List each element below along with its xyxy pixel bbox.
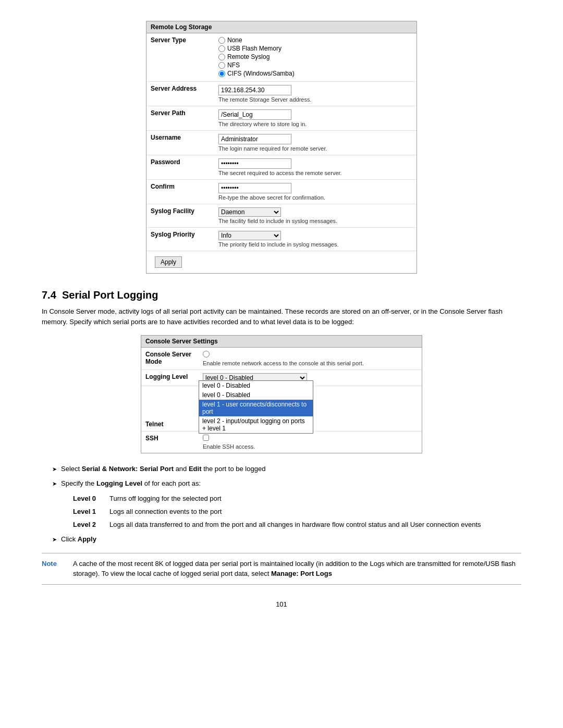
console-server-settings-title: Console Server Settings <box>141 336 422 348</box>
note-label: Note <box>42 559 73 579</box>
radio-none-input[interactable] <box>218 37 225 44</box>
note-link[interactable]: Manage: Port Logs <box>271 570 332 577</box>
radio-usb-input[interactable] <box>218 45 225 52</box>
server-address-hint: The remote Storage Server address. <box>218 96 412 103</box>
username-hint: The login name required for remote serve… <box>218 145 412 152</box>
logging-level-row: Logging Level level 0 - Disabled level 0… <box>141 370 422 386</box>
console-server-mode-hint: Enable remote network access to the cons… <box>203 360 418 366</box>
page-number: 101 <box>42 600 521 608</box>
server-address-label: Server Address <box>146 82 214 106</box>
console-server-mode-row: Console ServerMode Enable remote network… <box>141 348 422 370</box>
radio-syslog-input[interactable] <box>218 54 225 60</box>
server-address-input[interactable] <box>218 85 291 95</box>
level-2-val: Logs all data transferred to and from th… <box>109 520 521 530</box>
level-0-row: Level 0 Turns off logging for the select… <box>73 493 521 504</box>
radio-usb[interactable]: USB Flash Memory <box>218 45 412 52</box>
syslog-priority-label: Syslog Priority <box>146 228 214 251</box>
syslog-priority-value: Info Warning Error The priority field to… <box>214 228 417 251</box>
level-0-key: Level 0 <box>73 493 109 504</box>
server-path-value: The directory where to store log in. <box>214 106 417 130</box>
ssh-checkbox[interactable] <box>203 435 209 441</box>
syslog-facility-value: Daemon Local0 Local1 The facility field … <box>214 204 417 227</box>
server-path-input[interactable] <box>218 109 291 120</box>
password-input[interactable] <box>218 158 291 169</box>
logging-level-label: Logging Level <box>141 370 199 386</box>
radio-cifs-input[interactable] <box>218 70 225 77</box>
server-address-value: The remote Storage Server address. <box>214 82 417 106</box>
syslog-facility-select[interactable]: Daemon Local0 Local1 <box>218 207 281 217</box>
server-path-label: Server Path <box>146 106 214 130</box>
server-type-row: Server Type None USB Flash Memory Remote… <box>146 33 417 82</box>
intro-text: In Console Server mode, activity logs of… <box>42 306 521 327</box>
logging-level-value: level 0 - Disabled level 0 - Disabled le… <box>199 370 422 386</box>
dropdown-item-3[interactable]: level 2 - input/output logging on ports … <box>199 416 313 433</box>
confirm-label: Confirm <box>146 180 214 204</box>
section-heading: 7.4 Serial Port Logging <box>42 289 521 301</box>
console-server-mode-radio[interactable] <box>203 351 210 357</box>
password-value: The secret required to access the remote… <box>214 155 417 179</box>
radio-nfs[interactable]: NFS <box>218 61 412 69</box>
radio-syslog[interactable]: Remote Syslog <box>218 53 412 60</box>
ssh-value: Enable SSH access. <box>199 431 422 453</box>
level-0-val: Turns off logging for the selected port <box>109 493 521 504</box>
syslog-priority-row: Syslog Priority Info Warning Error The p… <box>146 228 417 251</box>
bullet-1: Select Serial & Network: Serial Port and… <box>52 464 521 474</box>
syslog-facility-label: Syslog Facility <box>146 204 214 227</box>
ssh-hint: Enable SSH access. <box>203 443 418 450</box>
console-server-mode-value: Enable remote network access to the cons… <box>199 348 422 369</box>
dropdown-item-0[interactable]: level 0 - Disabled <box>199 381 313 390</box>
radio-cifs-label: CIFS (Windows/Samba) <box>227 70 295 77</box>
bullet-1-bold-2: Edit <box>189 465 202 473</box>
syslog-facility-row: Syslog Facility Daemon Local0 Local1 The… <box>146 204 417 228</box>
server-type-label: Server Type <box>146 33 214 81</box>
remote-log-storage-title: Remote Log Storage <box>146 21 417 33</box>
bullet-2: Specify the Logging Level of for each po… <box>52 478 521 489</box>
console-server-settings-table: Console Server Settings Console ServerMo… <box>141 335 422 453</box>
server-type-value: None USB Flash Memory Remote Syslog NFS … <box>214 33 417 81</box>
logging-level-dropdown[interactable]: level 0 - Disabled level 0 - Disabled le… <box>199 380 313 434</box>
note-text: A cache of the most recent 8K of logged … <box>73 559 521 579</box>
syslog-priority-hint: The priority field to include in syslog … <box>218 241 412 248</box>
click-apply-item: Click Apply <box>52 534 521 545</box>
click-apply-bold: Apply <box>78 535 96 543</box>
password-label: Password <box>146 155 214 179</box>
bullet-1-bold-1: Serial & Network: Serial Port <box>82 465 174 473</box>
bullet-2-bold: Logging Level <box>96 479 142 487</box>
radio-none[interactable]: None <box>218 36 412 44</box>
confirm-value: Re-type the above secret for confirmatio… <box>214 180 417 204</box>
confirm-hint: Re-type the above secret for confirmatio… <box>218 194 412 201</box>
click-apply-text: Click Apply <box>61 534 96 545</box>
click-apply-list: Click Apply <box>52 534 521 545</box>
syslog-priority-select[interactable]: Info Warning Error <box>218 231 281 240</box>
apply-button-row: Apply <box>146 251 417 273</box>
syslog-facility-hint: The facility field to include in syslog … <box>218 218 412 224</box>
radio-nfs-input[interactable] <box>218 62 225 69</box>
remote-log-storage-table: Remote Log Storage Server Type None USB … <box>146 21 417 274</box>
dropdown-item-1[interactable]: level 0 - Disabled <box>199 390 313 400</box>
server-path-hint: The directory where to store log in. <box>218 121 412 127</box>
section-title: Serial Port Logging <box>62 289 158 301</box>
level-2-row: Level 2 Logs all data transferred to and… <box>73 520 521 530</box>
level-2-key: Level 2 <box>73 520 109 530</box>
radio-cifs[interactable]: CIFS (Windows/Samba) <box>218 70 412 77</box>
note-box: Note A cache of the most recent 8K of lo… <box>42 553 521 585</box>
username-label: Username <box>146 131 214 155</box>
server-address-row: Server Address The remote Storage Server… <box>146 82 417 106</box>
console-server-mode-label: Console ServerMode <box>141 348 199 369</box>
section-number: 7.4 <box>42 289 56 301</box>
level-1-val: Logs all connection events to the port <box>109 507 521 517</box>
apply-button[interactable]: Apply <box>155 256 182 268</box>
level-1-key: Level 1 <box>73 507 109 517</box>
bullet-2-text: Specify the Logging Level of for each po… <box>61 478 201 489</box>
telnet-label: Telnet <box>141 417 199 431</box>
radio-nfs-label: NFS <box>227 61 240 69</box>
dropdown-item-2[interactable]: level 1 - user connects/disconnects to p… <box>199 400 313 416</box>
radio-usb-label: USB Flash Memory <box>227 45 282 52</box>
confirm-input[interactable] <box>218 183 291 193</box>
ssh-label: SSH <box>141 431 199 453</box>
level-1-row: Level 1 Logs all connection events to th… <box>73 507 521 517</box>
instruction-list: Select Serial & Network: Serial Port and… <box>52 464 521 488</box>
confirm-row: Confirm Re-type the above secret for con… <box>146 180 417 204</box>
username-input[interactable] <box>218 134 291 144</box>
bullet-1-text: Select Serial & Network: Serial Port and… <box>61 464 265 474</box>
